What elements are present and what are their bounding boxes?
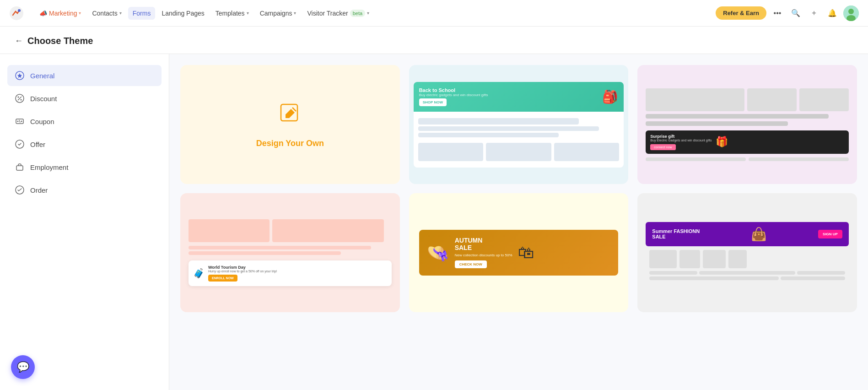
main-content: General Discount [0,54,868,390]
nav-marketing[interactable]: 📣 Marketing ▾ [35,7,86,20]
edit-icon [277,101,303,131]
plus-icon: ＋ [810,8,818,18]
bts-subtitle: Buy electric gadgets and win discount gi… [419,93,488,97]
more-button[interactable]: ••• [770,6,785,21]
autumn-cta-button[interactable]: CHECK NOW [455,260,487,268]
template-card-tourism[interactable]: 🧳 World Tourism Day Hurry up enroll now … [180,193,400,312]
templates-grid: Design Your Own Back to School Buy elect… [180,65,857,312]
sidebar-label-general: General [30,72,54,80]
bell-icon: 🔔 [828,9,837,17]
surprise-title: Surprise gift [650,134,712,139]
template-card-back-to-school[interactable]: Back to School Buy electric gadgets and … [409,65,629,184]
bts-title: Back to School [419,87,488,93]
employment-icon [15,162,25,172]
template-card-surprise-gift[interactable]: Surprise gift Buy Electric Gadgets and w… [637,65,857,184]
surprise-subtitle: Buy Electric Gadgets and win discount gi… [650,139,712,142]
template-card-autumn-sale[interactable]: 👒 AUTUMNSALE New collection discounts up… [409,193,629,312]
sidebar-label-order: Order [30,186,48,194]
tourism-preview: 🧳 World Tourism Day Hurry up enroll now … [185,216,395,290]
surprise-preview: Surprise gift Buy Electric Gadgets and w… [642,85,852,165]
svg-line-13 [19,120,20,123]
design-own-label: Design Your Own [256,139,324,148]
sidebar-label-offer: Offer [30,141,45,148]
autumn-banner: 👒 AUTUMNSALE New collection discounts up… [419,230,619,276]
nav-landing-pages[interactable]: Landing Pages [157,7,209,20]
nav-campaigns[interactable]: Campaigns ▾ [255,7,301,20]
bts-preview: Back to School Buy electric gadgets and … [414,82,624,168]
tourism-card: 🧳 World Tourism Day Hurry up enroll now … [189,260,392,286]
order-icon [15,185,25,195]
gift-icon: 🎁 [716,136,728,148]
sidebar: General Discount [0,54,169,390]
coupon-icon [15,116,25,126]
chevron-down-icon: ▾ [119,11,122,16]
model-icon: 👒 [426,242,449,264]
backpack-icon: 🎒 [602,89,618,104]
fashion-banner: Summer FASHIONNSALE 👜 SIGN UP [646,222,849,246]
sidebar-label-discount: Discount [30,95,57,103]
shopping-bags-icon: 🛍 [518,243,534,262]
page-header: ← Choose Theme [0,27,868,54]
svg-point-1 [18,9,21,12]
notifications-button[interactable]: 🔔 [825,6,840,21]
megaphone-icon: 📣 [39,10,47,17]
svg-rect-15 [16,166,23,170]
sidebar-item-employment[interactable]: Employment [7,157,162,178]
star-icon [15,70,25,81]
chevron-down-icon: ▾ [294,11,296,16]
svg-point-0 [10,6,23,20]
fashion-preview: Summer FASHIONNSALE 👜 SIGN UP [642,218,852,287]
autumn-title: AUTUMNSALE [455,237,512,251]
chat-icon: 💬 [17,361,29,373]
beta-badge: beta [350,10,365,17]
svg-point-9 [21,99,22,101]
back-icon: ← [15,36,23,46]
svg-point-3 [848,9,854,14]
discount-icon [15,93,25,103]
svg-point-8 [18,97,19,98]
svg-point-12 [21,121,22,122]
search-button[interactable]: 🔍 [788,6,803,21]
more-icon: ••• [774,9,782,17]
user-avatar[interactable] [843,5,859,21]
autumn-subtitle: New collection discounts up to 50% [455,253,512,257]
tourism-title: World Tourism Day [208,265,277,270]
sidebar-item-offer[interactable]: Offer [7,134,162,155]
template-card-fashion-sale[interactable]: Summer FASHIONNSALE 👜 SIGN UP [637,193,857,312]
nav-items: 📣 Marketing ▾ Contacts ▾ Forms Landing P… [35,7,716,20]
nav-forms[interactable]: Forms [128,7,156,20]
tourism-subtitle: Hurry up enroll now to get a 50% off on … [208,270,277,273]
chat-bubble-button[interactable]: 💬 [11,355,35,379]
sidebar-label-coupon: Coupon [30,118,54,125]
sidebar-item-discount[interactable]: Discount [7,88,162,109]
handbag-icon: 👜 [751,227,767,242]
search-icon: 🔍 [791,9,800,17]
bts-shop-button[interactable]: SHOP NOW [419,98,447,106]
fashion-title: Summer FASHIONNSALE [652,228,700,239]
surprise-shop-button[interactable]: connect now [650,144,675,150]
page-title: Choose Theme [27,36,93,46]
templates-area: Design Your Own Back to School Buy elect… [169,54,868,390]
nav-visitor-tracker[interactable]: Visitor Tracker beta ▾ [302,7,374,20]
nav-contacts[interactable]: Contacts ▾ [87,7,126,20]
sidebar-item-general[interactable]: General [7,65,162,86]
chevron-down-icon: ▾ [367,11,369,16]
add-button[interactable]: ＋ [807,6,821,21]
app-logo[interactable] [9,6,24,21]
template-card-design-own[interactable]: Design Your Own [180,65,400,184]
refer-earn-button[interactable]: Refer & Earn [716,6,766,20]
sidebar-item-order[interactable]: Order [7,179,162,200]
back-button[interactable]: ← [15,36,23,46]
sidebar-item-coupon[interactable]: Coupon [7,111,162,132]
nav-templates[interactable]: Templates ▾ [211,7,253,20]
autumn-preview: 👒 AUTUMNSALE New collection discounts up… [414,224,624,281]
offer-icon [15,139,25,149]
navbar: 📣 Marketing ▾ Contacts ▾ Forms Landing P… [0,0,868,27]
fashion-signup-button[interactable]: SIGN UP [818,230,842,238]
tourism-enroll-button[interactable]: ENROLL NOW [208,275,237,282]
suitcase-icon: 🧳 [193,268,205,279]
chevron-down-icon: ▾ [247,11,249,16]
chevron-down-icon: ▾ [79,11,81,16]
nav-right: Refer & Earn ••• 🔍 ＋ 🔔 [716,5,859,21]
svg-point-11 [17,121,19,122]
